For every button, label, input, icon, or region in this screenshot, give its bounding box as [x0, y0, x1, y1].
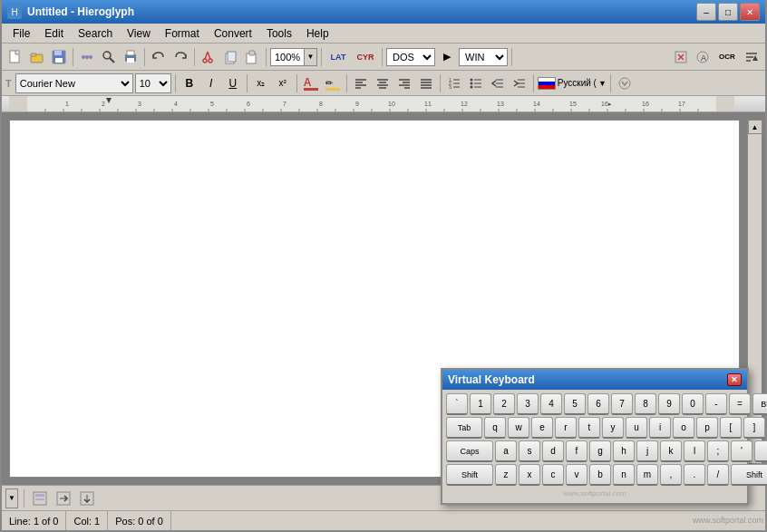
menu-format[interactable]: Format — [158, 25, 207, 42]
properties-button[interactable] — [77, 47, 97, 67]
ordered-list-button[interactable]: 1.2.3. — [444, 73, 464, 93]
style-dropdown[interactable]: ▼ — [5, 488, 18, 508]
key-b[interactable]: b — [589, 464, 611, 486]
sort-button[interactable] — [742, 47, 762, 67]
key-k[interactable]: k — [660, 440, 682, 462]
key-3[interactable]: 3 — [517, 393, 539, 415]
language-selector[interactable]: Русский ( ▼ — [538, 77, 607, 90]
align-right-button[interactable] — [394, 73, 414, 93]
key-8[interactable]: 8 — [635, 393, 656, 415]
key-s[interactable]: s — [519, 440, 540, 462]
zoom-control[interactable]: ▼ — [270, 48, 317, 66]
cut-button[interactable] — [199, 47, 218, 67]
vkbd-close-button[interactable]: ✕ — [727, 373, 742, 386]
undo-button[interactable] — [149, 47, 169, 67]
menu-edit[interactable]: Edit — [37, 25, 71, 42]
special-btn[interactable] — [615, 73, 635, 93]
key-i[interactable]: i — [649, 417, 671, 439]
indent-increase-button[interactable] — [510, 73, 529, 93]
italic-button[interactable]: I — [201, 73, 221, 93]
key-backspace[interactable]: BkSp — [752, 393, 767, 415]
key-equals[interactable]: = — [729, 393, 751, 415]
key-t[interactable]: t — [578, 417, 600, 439]
font-select[interactable]: Courier New Arial Times New Roman — [15, 73, 133, 93]
key-o[interactable]: o — [673, 417, 694, 439]
close-button[interactable]: ✕ — [740, 3, 760, 21]
menu-tools[interactable]: Tools — [259, 25, 299, 42]
bottom-btn-2[interactable] — [53, 488, 73, 508]
key-h[interactable]: h — [613, 440, 635, 462]
key-minus[interactable]: - — [705, 393, 727, 415]
zoom-dropdown-btn[interactable]: ▼ — [305, 48, 317, 66]
key-shift-left[interactable]: Shift — [446, 464, 493, 486]
key-c[interactable]: c — [542, 464, 564, 486]
underline-button[interactable]: U — [223, 73, 243, 93]
menu-help[interactable]: Help — [299, 25, 336, 42]
key-semicolon[interactable]: ; — [707, 440, 729, 462]
encoding-win-select[interactable]: WINDOSUTF — [459, 48, 508, 66]
new-button[interactable] — [5, 47, 25, 67]
bold-button[interactable]: B — [180, 73, 199, 93]
language-dropdown-btn[interactable]: ▼ — [598, 79, 607, 88]
key-p[interactable]: p — [696, 417, 718, 439]
key-0[interactable]: 0 — [682, 393, 704, 415]
key-u[interactable]: u — [626, 417, 647, 439]
key-caps[interactable]: Caps — [446, 440, 493, 462]
key-g[interactable]: g — [589, 440, 611, 462]
key-r[interactable]: r — [555, 417, 577, 439]
key-v[interactable]: v — [566, 464, 587, 486]
key-5[interactable]: 5 — [564, 393, 586, 415]
menu-convert[interactable]: Convert — [207, 25, 259, 42]
key-rbracket[interactable]: ] — [743, 417, 765, 439]
encoding-dos-select[interactable]: DOSWINUTF — [386, 48, 435, 66]
key-shift-right[interactable]: Shift — [731, 464, 767, 486]
key-y[interactable]: y — [602, 417, 624, 439]
justify-button[interactable] — [416, 73, 436, 93]
key-a[interactable]: a — [495, 440, 517, 462]
zoom-input[interactable] — [270, 48, 305, 66]
font-color-button[interactable]: A — [301, 73, 321, 93]
find-button[interactable] — [99, 47, 119, 67]
key-e[interactable]: e — [531, 417, 553, 439]
key-2[interactable]: 2 — [493, 393, 515, 415]
maximize-button[interactable]: □ — [718, 3, 738, 21]
key-j[interactable]: j — [636, 440, 658, 462]
key-7[interactable]: 7 — [611, 393, 633, 415]
arrow-right-btn[interactable]: ▶ — [437, 47, 457, 67]
minimize-button[interactable]: – — [696, 3, 716, 21]
key-enter[interactable]: Enter — [754, 440, 767, 462]
key-m[interactable]: m — [636, 464, 658, 486]
align-center-button[interactable] — [373, 73, 393, 93]
font-size-select[interactable]: 108121416 — [135, 73, 171, 93]
key-x[interactable]: x — [519, 464, 540, 486]
open-button[interactable] — [27, 47, 47, 67]
ocr-button[interactable]: OCR — [714, 47, 740, 67]
key-tab[interactable]: Tab — [446, 417, 482, 439]
save-button[interactable] — [49, 47, 69, 67]
key-d[interactable]: d — [542, 440, 564, 462]
bottom-btn-3[interactable] — [77, 488, 97, 508]
tool-btn-1[interactable] — [671, 47, 691, 67]
menu-search[interactable]: Search — [71, 25, 120, 42]
key-n[interactable]: n — [613, 464, 635, 486]
highlight-button[interactable]: ✏ — [323, 73, 343, 93]
key-4[interactable]: 4 — [540, 393, 562, 415]
bottom-btn-1[interactable] — [30, 488, 50, 508]
subscript-button[interactable]: x₂ — [251, 73, 271, 93]
key-w[interactable]: w — [508, 417, 529, 439]
scroll-up-button[interactable]: ▲ — [748, 120, 762, 134]
print-button[interactable] — [121, 47, 141, 67]
key-1[interactable]: 1 — [470, 393, 491, 415]
key-l[interactable]: l — [684, 440, 705, 462]
menu-file[interactable]: File — [5, 25, 37, 42]
menu-view[interactable]: View — [120, 25, 158, 42]
key-apostrophe[interactable]: ' — [731, 440, 752, 462]
key-6[interactable]: 6 — [587, 393, 609, 415]
lat-button[interactable]: LAT — [325, 47, 351, 67]
redo-button[interactable] — [170, 47, 190, 67]
key-lbracket[interactable]: [ — [720, 417, 742, 439]
align-left-button[interactable] — [351, 73, 371, 93]
key-comma[interactable]: , — [660, 464, 682, 486]
key-backtick[interactable]: ` — [446, 393, 468, 415]
cyr-button[interactable]: CYR — [353, 47, 378, 67]
